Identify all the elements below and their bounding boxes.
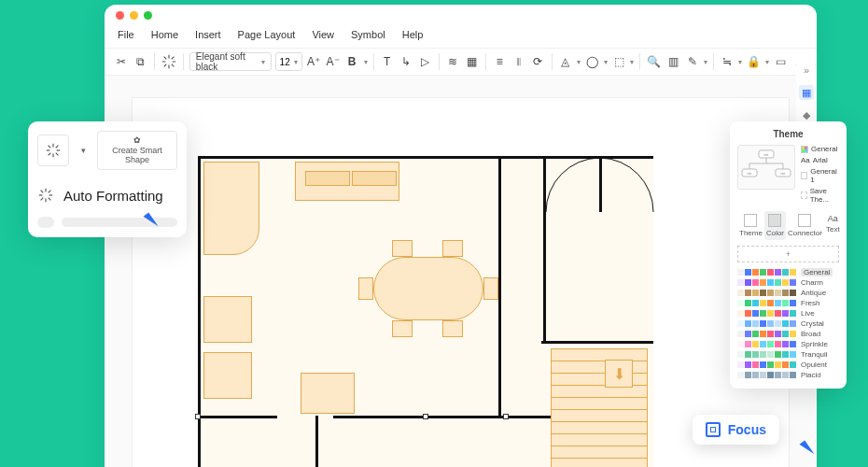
line-style-icon[interactable]: ≒	[720, 52, 735, 71]
svg-line-13	[56, 153, 59, 156]
svg-line-23	[41, 198, 44, 201]
canvas-area[interactable]: ⬇	[105, 76, 817, 467]
font-decrease-icon[interactable]: A⁻	[325, 52, 341, 71]
grid-icon[interactable]: ▦	[465, 52, 481, 71]
palette-row[interactable]: Live	[737, 309, 839, 318]
copy-icon[interactable]: ⧉	[133, 52, 149, 71]
svg-line-4	[164, 57, 167, 60]
palette-list: GeneralCharmAntiqueFreshLiveCrystalBroad…	[737, 268, 839, 379]
svg-line-5	[172, 64, 175, 67]
svg-line-15	[49, 153, 51, 156]
theme-tabs: Theme Color Connector AaText	[737, 211, 839, 240]
smart-shape-icon: ✿	[133, 135, 141, 145]
menu-home[interactable]: Home	[151, 29, 178, 40]
svg-line-7	[164, 64, 167, 67]
theme-opt-save[interactable]: Save The...	[801, 187, 839, 204]
menu-view[interactable]: View	[312, 29, 334, 40]
svg-line-22	[49, 191, 51, 193]
theme-tab-color[interactable]: Color	[764, 211, 786, 240]
create-smart-shape-button[interactable]: ✿ Create Smart Shape	[97, 131, 177, 170]
auto-format-icon[interactable]	[161, 52, 177, 71]
menu-page-layout[interactable]: Page Layout	[238, 29, 296, 40]
svg-line-12	[49, 146, 51, 149]
lock-icon[interactable]: 🔒	[746, 52, 762, 71]
theme-panel: Theme texttexttext General AaArial Gener…	[730, 121, 847, 389]
menubar: File Home Insert Page Layout View Symbol…	[105, 25, 817, 48]
sidebar-canvas-icon[interactable]: ▦	[799, 85, 814, 100]
theme-tab-text[interactable]: AaText	[824, 211, 842, 240]
zoom-dot[interactable]	[144, 11, 152, 20]
zoom-icon[interactable]: 🔍	[646, 52, 662, 71]
chevron-down-icon: ▾	[261, 58, 265, 66]
connector-icon[interactable]: ↳	[399, 52, 414, 71]
svg-line-14	[56, 146, 59, 149]
font-select[interactable]: Elegant soft black▾	[189, 52, 272, 71]
theme-preview[interactable]: texttexttext	[737, 145, 795, 190]
cut-icon[interactable]: ✂	[114, 52, 130, 71]
rotate-icon[interactable]: ⟳	[530, 52, 546, 71]
auto-format-popover: ▾ ✿ Create Smart Shape Auto Formatting	[28, 121, 187, 237]
svg-text:text: text	[748, 172, 752, 176]
palette-row[interactable]: General	[737, 268, 839, 276]
menu-file[interactable]: File	[118, 29, 134, 40]
menu-insert[interactable]: Insert	[195, 29, 221, 40]
app-window: File Home Insert Page Layout View Symbol…	[105, 5, 817, 467]
sparkle-icon	[37, 187, 54, 204]
auto-formatting-label: Auto Formatting	[63, 188, 163, 204]
focus-label: Focus	[728, 422, 766, 437]
fill-icon[interactable]: ◬	[558, 52, 574, 71]
distribute-icon[interactable]: ⫴	[511, 52, 527, 71]
palette-row[interactable]: Opulent	[737, 361, 839, 369]
theme-tab-connector[interactable]: Connector	[786, 211, 824, 240]
sidebar-expand-icon[interactable]: »	[799, 63, 814, 78]
align-icon[interactable]: ≡	[492, 52, 508, 71]
palette-row[interactable]: Broad	[737, 330, 839, 338]
floor-plan: ⬇	[198, 156, 653, 467]
text-tool-icon[interactable]: T	[379, 52, 395, 71]
palette-row[interactable]: Sprinkle	[737, 340, 839, 348]
layers-icon[interactable]: ≋	[445, 52, 461, 71]
font-size-select[interactable]: 12▾	[275, 52, 302, 71]
palette-row[interactable]: Tranquil	[737, 350, 839, 359]
pen-icon[interactable]: ✎	[684, 52, 700, 71]
svg-line-20	[41, 191, 44, 193]
theme-panel-title: Theme	[737, 127, 839, 145]
focus-icon	[706, 422, 721, 437]
theme-opt-font[interactable]: AaArial	[801, 156, 839, 164]
sidebar-shape-icon[interactable]: ◆	[799, 107, 814, 122]
theme-tab-theme[interactable]: Theme	[737, 211, 764, 240]
font-increase-icon[interactable]: A⁺	[306, 52, 322, 71]
svg-text:text: text	[764, 153, 769, 157]
crop-icon[interactable]: ⬚	[611, 52, 627, 71]
close-dot[interactable]	[116, 11, 124, 20]
palette-row[interactable]: Crystal	[737, 319, 839, 328]
outline-icon[interactable]: ◯	[584, 52, 600, 71]
palette-row[interactable]: Placid	[737, 371, 839, 379]
chart-icon[interactable]: ▥	[665, 52, 681, 71]
svg-line-6	[172, 57, 175, 60]
svg-text:text: text	[781, 172, 786, 176]
bold-icon[interactable]: B	[344, 52, 360, 71]
auto-formatting-row[interactable]: Auto Formatting	[37, 187, 177, 204]
theme-opt-general1[interactable]: General 1	[801, 167, 839, 184]
theme-add-button[interactable]: +	[737, 246, 839, 262]
auto-format-button[interactable]	[37, 134, 69, 166]
window-titlebar	[105, 5, 817, 25]
auto-format-dropdown[interactable]: ▾	[77, 146, 90, 155]
palette-row[interactable]: Antique	[737, 289, 839, 297]
toolbar: ✂ ⧉ Elegant soft black▾ 12▾ A⁺ A⁻ B ▾ T …	[105, 48, 817, 76]
focus-callout[interactable]: Focus	[693, 415, 779, 445]
pointer-icon[interactable]: ▷	[418, 52, 434, 71]
page-icon[interactable]: ▭	[773, 52, 789, 71]
svg-line-21	[49, 198, 51, 201]
palette-row[interactable]: Fresh	[737, 299, 839, 307]
palette-row[interactable]: Charm	[737, 278, 839, 287]
menu-help[interactable]: Help	[402, 29, 424, 40]
theme-opt-general[interactable]: General	[801, 145, 839, 153]
page[interactable]: ⬇	[133, 98, 789, 467]
menu-symbol[interactable]: Symbol	[351, 29, 385, 40]
minimize-dot[interactable]	[130, 11, 138, 20]
